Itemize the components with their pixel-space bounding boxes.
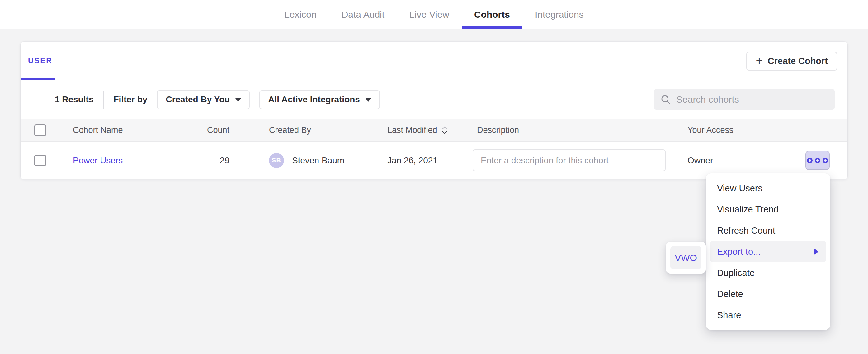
nav-tab-label: Data Audit <box>342 9 384 20</box>
create-cohort-label: Create Cohort <box>768 56 828 66</box>
nav-tab-data-audit[interactable]: Data Audit <box>329 0 397 29</box>
menu-item-delete[interactable]: Delete <box>706 283 830 304</box>
menu-item-visualize-trend[interactable]: Visualize Trend <box>706 199 830 220</box>
last-modified-date: Jan 26, 2021 <box>387 156 473 165</box>
create-cohort-button[interactable]: + Create Cohort <box>746 52 837 71</box>
row-actions-menu: View Users Visualize Trend Refresh Count… <box>706 173 830 330</box>
chevron-down-icon <box>366 98 371 102</box>
vertical-divider <box>103 91 104 108</box>
submenu-item-vwo[interactable]: VWO <box>670 246 702 269</box>
cohorts-panel: USER + Create Cohort 1 Results Filter by… <box>21 42 847 179</box>
description-input[interactable] <box>473 149 665 171</box>
chevron-down-icon <box>236 98 241 102</box>
search-icon <box>660 94 671 105</box>
filter-by-label: Filter by <box>114 95 148 104</box>
filter-bar: 1 Results Filter by Created By You All A… <box>21 80 847 119</box>
menu-item-share[interactable]: Share <box>706 304 830 326</box>
menu-item-duplicate[interactable]: Duplicate <box>706 262 830 283</box>
menu-item-export-to[interactable]: Export to... <box>710 241 826 262</box>
three-circles-icon <box>815 158 820 163</box>
nav-tab-lexicon[interactable]: Lexicon <box>272 0 329 29</box>
nav-tab-label: Cohorts <box>474 9 510 20</box>
export-submenu: VWO <box>666 242 706 274</box>
integrations-dropdown-label: All Active Integrations <box>268 95 360 104</box>
tab-user-underline <box>21 78 55 80</box>
column-header-cohort-name: Cohort Name <box>73 125 184 135</box>
column-header-count: Count <box>184 125 231 135</box>
nav-tabs: Lexicon Data Audit Live View Cohorts Int… <box>272 0 596 29</box>
tab-user[interactable]: USER <box>21 42 53 79</box>
column-header-created-by: Created By <box>231 125 387 135</box>
three-circles-icon <box>823 158 828 163</box>
avatar: SB <box>269 153 284 168</box>
column-header-description: Description <box>473 125 687 135</box>
nav-tab-cohorts[interactable]: Cohorts <box>462 0 522 29</box>
menu-item-export-label: Export to... <box>717 247 761 257</box>
tab-user-label: USER <box>28 56 53 65</box>
nav-tab-label: Lexicon <box>284 9 316 20</box>
row-actions-button[interactable] <box>805 151 830 170</box>
cohort-count: 29 <box>184 156 231 165</box>
nav-tab-integrations[interactable]: Integrations <box>522 0 596 29</box>
integrations-dropdown[interactable]: All Active Integrations <box>259 90 380 109</box>
access-level: Owner <box>687 156 786 165</box>
top-navigation: Lexicon Data Audit Live View Cohorts Int… <box>0 0 868 29</box>
submenu-arrow-icon <box>814 248 818 255</box>
column-header-last-modified[interactable]: Last Modified <box>387 125 473 135</box>
active-tab-underline <box>462 26 522 29</box>
nav-tab-label: Live View <box>409 9 449 20</box>
results-count: 1 Results <box>55 95 94 104</box>
menu-item-refresh-count[interactable]: Refresh Count <box>706 220 830 241</box>
cohort-name-link[interactable]: Power Users <box>73 156 123 165</box>
nav-tab-live-view[interactable]: Live View <box>397 0 462 29</box>
search-input[interactable] <box>676 94 829 105</box>
cohort-type-tabstrip: USER + Create Cohort <box>21 42 847 80</box>
table-header: Cohort Name Count Created By Last Modifi… <box>21 119 847 141</box>
row-checkbox[interactable] <box>34 155 46 166</box>
created-by-dropdown[interactable]: Created By You <box>157 90 250 109</box>
three-circles-icon <box>807 158 813 163</box>
created-by-dropdown-label: Created By You <box>166 95 230 104</box>
select-all-checkbox[interactable] <box>34 124 46 136</box>
column-header-your-access: Your Access <box>687 125 786 135</box>
created-by-name: Steven Baum <box>292 156 344 165</box>
menu-item-view-users[interactable]: View Users <box>706 178 830 199</box>
plus-icon: + <box>755 55 763 67</box>
sort-icon[interactable] <box>440 126 448 135</box>
nav-tab-label: Integrations <box>535 9 584 20</box>
search-cohorts-box[interactable] <box>654 89 835 110</box>
